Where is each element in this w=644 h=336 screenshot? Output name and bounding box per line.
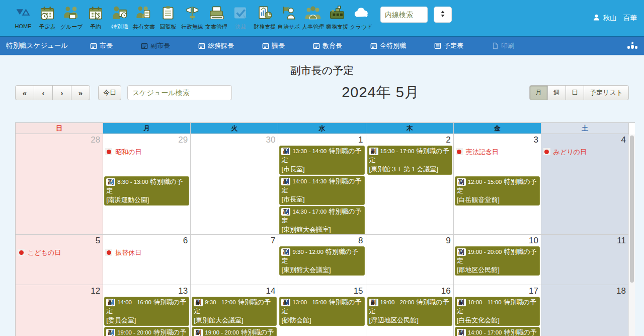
subnav-item-all-special-staff[interactable]: 全特別職 [370,41,406,50]
holiday-dot-icon [105,249,112,256]
shared-doc-icon [134,4,153,22]
calendar-event[interactable]: 副19:00 - 20:00特別職の予定 [104,327,189,336]
calendar-event[interactable]: 副9:30 - 12:00特別職の予定[東別館大会議室] [192,297,277,326]
event-owner-badge: 副 [194,329,203,336]
event-location: [南浜運動公園] [106,195,187,205]
day-cell-15[interactable]: 15副13:00 - 15:00特別職の予定[砂防会館] [278,285,366,336]
day-cell-14[interactable]: 14副9:30 - 12:00特別職の予定[東別館大会議室]副19:00 - 2… [191,285,278,336]
calendar-event[interactable]: 副13:30 - 14:00特別職の予定[市長室] [279,146,364,175]
calendar-event[interactable]: 副8:30 - 13:00特別職の予定[南浜運動公園] [104,176,189,206]
calendar-event[interactable]: 副14:00 - 16:00特別職の予定[委員会室] [104,297,189,326]
view-button-月[interactable]: 月 [529,85,548,100]
toolbar-item-biz-support[interactable]: 業務支援 [325,4,349,31]
day-number: 7 [191,235,278,246]
calendar-event[interactable]: 副14:00 - 14:30特別職の予定[市長室] [279,176,364,205]
day-cell-6[interactable]: 6振替休日 [103,235,191,285]
subnav-item-general-affairs-manager[interactable]: 総務課長 [198,41,234,50]
view-button-日[interactable]: 日 [566,85,584,100]
subnav-item-label: 全特別職 [380,41,406,50]
prev-year-button[interactable]: « [15,85,34,100]
day-cell-17[interactable]: 17副10:00 - 11:00特別職の予定[白岳文化会館]副14:00 - 1… [454,285,541,336]
toolbar-item-group[interactable]: グループ [59,4,84,31]
prev-month-button[interactable]: ‹ [34,85,53,100]
weekday-header-cell: 月 [103,123,191,134]
day-number: 3 [454,134,541,145]
day-number: 6 [103,235,190,246]
next-year-button[interactable]: » [71,85,90,100]
day-cell-30[interactable]: 30 [191,134,278,235]
toolbar-item-cloud[interactable]: クラウド [349,4,373,31]
day-cell-1[interactable]: 1副13:30 - 14:00特別職の予定[市長室]副14:00 - 14:30… [278,134,366,235]
toolbar-item-label: 予約 [90,23,101,31]
day-cell-16[interactable]: 16副19:00 - 20:00特別職の予定[浮辺地区公民館] [366,285,454,336]
day-cell-10[interactable]: 10副19:00 - 20:00特別職の予定[郡地区公民館] [454,235,541,285]
calendar-event[interactable]: 副19:00 - 20:00特別職の予定[郡地区公民館] [455,246,540,276]
event-location: [東別館大会議室] [194,316,275,325]
calendar-event[interactable]: 副15:30 - 17:00特別職の予定[東別館３Ｆ第１会議室] [367,146,452,175]
calendar-event[interactable]: 副9:30 - 12:00特別職の予定[東別館大会議室] [279,246,364,276]
day-cell-18[interactable]: 18 [541,285,629,336]
subnav-item-schedule-table[interactable]: 予定表 [434,41,463,50]
day-cell-13[interactable]: 13副14:00 - 16:00特別職の予定[委員会室]副19:00 - 20:… [103,285,191,336]
approval-icon [231,4,250,22]
view-button-週[interactable]: 週 [547,85,566,100]
day-cell-11[interactable]: 11 [541,235,629,285]
day-cell-5[interactable]: 5こどもの日 [16,235,103,285]
toolbar-item-admin-radio[interactable]: 行政無線 [180,4,204,31]
toolbar-item-schedule[interactable]: 予定表 [35,4,59,31]
view-button-予定リスト[interactable]: 予定リスト [584,85,629,100]
toolbar-item-shared-docs[interactable]: 共有文書 [132,4,156,31]
toolbar-item-label: HOME [15,23,32,29]
toolbar-item-finance-support[interactable]: 財務支援 [253,4,277,31]
day-cell-2[interactable]: 2副15:30 - 17:00特別職の予定[東別館３Ｆ第１会議室] [366,134,454,235]
toolbar-item-reservation[interactable]: 予約 [84,4,108,31]
calendar-nav-buttons: «‹›» [15,85,90,100]
event-location: [白岳文化会館] [457,316,538,325]
calendar-event[interactable]: 副12:00 - 15:00特別職の予定[白岳観音堂前] [455,176,540,206]
scrollbar-thumb[interactable] [630,136,634,283]
today-button[interactable]: 今日 [98,85,121,100]
event-time: 19:00 - 20:00 [380,299,415,305]
holiday-label: 振替休日 [105,249,188,257]
day-cell-28[interactable]: 28 [16,134,103,235]
user-menu[interactable]: 秋山 百華 [593,14,637,23]
toolbar-item-approval: 決裁 [228,4,253,31]
toolbar-item-local-gov-support[interactable]: 自治サポ [277,4,301,31]
calendar-event[interactable]: 副10:00 - 11:00特別職の予定[白岳文化会館] [455,297,540,326]
toolbar-item-hr-management[interactable]: 人事管理 [301,4,325,31]
calendar-event[interactable]: 副14:30 - 17:00特別職の予定[東別館大会議室] [279,206,364,235]
toolbar-item-home[interactable]: HOME [11,4,35,31]
day-cell-9[interactable]: 9 [366,235,454,285]
calendar-event[interactable]: 副14:00 - 17:00特別職の予定 [455,327,540,336]
calendar-week-row: 2829昭和の日副8:30 - 13:00特別職の予定[南浜運動公園]301副1… [16,134,635,235]
subnav-item-mayor[interactable]: 市長 [90,41,113,50]
day-cell-12[interactable]: 12 [16,285,103,336]
day-cell-8[interactable]: 8副9:30 - 12:00特別職の予定[東別館大会議室] [278,235,366,285]
subnav-item-education-chief[interactable]: 教育長 [313,41,342,50]
toolbar-item-circular-board[interactable]: 回覧板 [156,4,180,31]
next-month-button[interactable]: › [52,85,71,100]
toolbar-item-label: 特別職 [112,23,128,31]
schedule-search-input[interactable] [127,85,232,100]
podium-icon[interactable] [627,41,638,51]
calendar-event[interactable]: 副13:00 - 15:00特別職の予定[砂防会館] [279,297,364,326]
calendar-event[interactable]: 副19:00 - 20:00特別職の予定 [192,327,277,336]
subnav-item-deputy-mayor[interactable]: 副市長 [141,41,170,50]
calendar-event[interactable]: 副19:00 - 20:00特別職の予定[浮辺地区公民館] [367,297,452,326]
subnav-item-assembly-chair[interactable]: 議長 [262,41,285,50]
calendar-scrollbar[interactable] [628,135,635,336]
toolbar-item-doc-management[interactable]: 文書管理 [204,4,228,31]
day-cell-29[interactable]: 29昭和の日副8:30 - 13:00特別職の予定[南浜運動公園] [103,134,191,235]
day-cell-4[interactable]: 4みどりの日 [541,134,629,235]
holiday-dot-icon [18,249,25,256]
extension-search-input[interactable] [380,7,428,23]
day-number: 10 [454,235,541,246]
weekday-header-cell: 日 [16,123,103,134]
biz-support-icon [328,4,347,22]
day-cell-7[interactable]: 7 [191,235,278,285]
toolbar-item-label: 予定表 [39,23,56,31]
extension-sort-button[interactable] [434,7,452,23]
day-number: 8 [278,235,365,246]
toolbar-item-special-staff[interactable]: 特別職 [108,4,132,31]
day-cell-3[interactable]: 3憲法記念日副12:00 - 15:00特別職の予定[白岳観音堂前] [454,134,541,235]
